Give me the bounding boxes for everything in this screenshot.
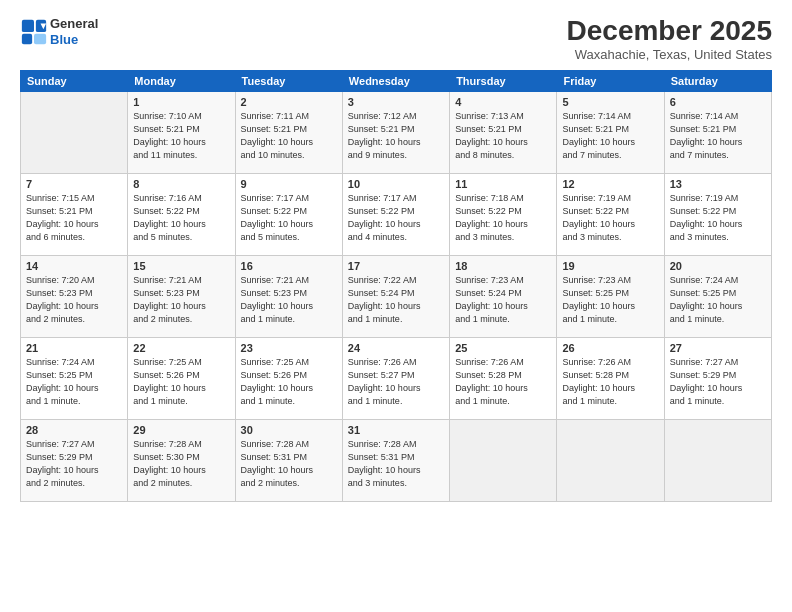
day-cell: 10Sunrise: 7:17 AM Sunset: 5:22 PM Dayli… <box>342 173 449 255</box>
day-info: Sunrise: 7:14 AM Sunset: 5:21 PM Dayligh… <box>562 110 658 162</box>
day-number: 29 <box>133 424 229 436</box>
header: General Blue December 2025 Waxahachie, T… <box>20 16 772 62</box>
header-row: Sunday Monday Tuesday Wednesday Thursday… <box>21 70 772 91</box>
day-number: 3 <box>348 96 444 108</box>
day-number: 30 <box>241 424 337 436</box>
day-cell: 8Sunrise: 7:16 AM Sunset: 5:22 PM Daylig… <box>128 173 235 255</box>
day-info: Sunrise: 7:10 AM Sunset: 5:21 PM Dayligh… <box>133 110 229 162</box>
day-info: Sunrise: 7:17 AM Sunset: 5:22 PM Dayligh… <box>241 192 337 244</box>
day-info: Sunrise: 7:26 AM Sunset: 5:28 PM Dayligh… <box>455 356 551 408</box>
col-sunday: Sunday <box>21 70 128 91</box>
calendar-body: 1Sunrise: 7:10 AM Sunset: 5:21 PM Daylig… <box>21 91 772 501</box>
day-cell: 3Sunrise: 7:12 AM Sunset: 5:21 PM Daylig… <box>342 91 449 173</box>
day-info: Sunrise: 7:26 AM Sunset: 5:28 PM Dayligh… <box>562 356 658 408</box>
day-info: Sunrise: 7:14 AM Sunset: 5:21 PM Dayligh… <box>670 110 766 162</box>
day-cell: 29Sunrise: 7:28 AM Sunset: 5:30 PM Dayli… <box>128 419 235 501</box>
svg-rect-3 <box>34 33 46 43</box>
day-number: 15 <box>133 260 229 272</box>
day-info: Sunrise: 7:26 AM Sunset: 5:27 PM Dayligh… <box>348 356 444 408</box>
day-info: Sunrise: 7:27 AM Sunset: 5:29 PM Dayligh… <box>670 356 766 408</box>
day-number: 19 <box>562 260 658 272</box>
week-row-5: 28Sunrise: 7:27 AM Sunset: 5:29 PM Dayli… <box>21 419 772 501</box>
day-cell: 6Sunrise: 7:14 AM Sunset: 5:21 PM Daylig… <box>664 91 771 173</box>
day-number: 27 <box>670 342 766 354</box>
day-cell: 4Sunrise: 7:13 AM Sunset: 5:21 PM Daylig… <box>450 91 557 173</box>
day-cell: 23Sunrise: 7:25 AM Sunset: 5:26 PM Dayli… <box>235 337 342 419</box>
col-tuesday: Tuesday <box>235 70 342 91</box>
day-number: 28 <box>26 424 122 436</box>
day-cell <box>450 419 557 501</box>
day-cell: 28Sunrise: 7:27 AM Sunset: 5:29 PM Dayli… <box>21 419 128 501</box>
day-number: 20 <box>670 260 766 272</box>
logo-line2: Blue <box>50 32 98 48</box>
day-cell: 19Sunrise: 7:23 AM Sunset: 5:25 PM Dayli… <box>557 255 664 337</box>
day-info: Sunrise: 7:24 AM Sunset: 5:25 PM Dayligh… <box>26 356 122 408</box>
day-info: Sunrise: 7:28 AM Sunset: 5:31 PM Dayligh… <box>348 438 444 490</box>
day-info: Sunrise: 7:25 AM Sunset: 5:26 PM Dayligh… <box>133 356 229 408</box>
col-monday: Monday <box>128 70 235 91</box>
day-info: Sunrise: 7:19 AM Sunset: 5:22 PM Dayligh… <box>562 192 658 244</box>
day-info: Sunrise: 7:28 AM Sunset: 5:30 PM Dayligh… <box>133 438 229 490</box>
day-info: Sunrise: 7:17 AM Sunset: 5:22 PM Dayligh… <box>348 192 444 244</box>
day-info: Sunrise: 7:24 AM Sunset: 5:25 PM Dayligh… <box>670 274 766 326</box>
day-number: 23 <box>241 342 337 354</box>
day-info: Sunrise: 7:23 AM Sunset: 5:25 PM Dayligh… <box>562 274 658 326</box>
day-number: 13 <box>670 178 766 190</box>
day-number: 7 <box>26 178 122 190</box>
day-number: 25 <box>455 342 551 354</box>
day-cell: 27Sunrise: 7:27 AM Sunset: 5:29 PM Dayli… <box>664 337 771 419</box>
col-wednesday: Wednesday <box>342 70 449 91</box>
day-cell: 11Sunrise: 7:18 AM Sunset: 5:22 PM Dayli… <box>450 173 557 255</box>
logo-icon <box>20 18 48 46</box>
logo-line1: General <box>50 16 98 32</box>
logo: General Blue <box>20 16 98 47</box>
day-info: Sunrise: 7:19 AM Sunset: 5:22 PM Dayligh… <box>670 192 766 244</box>
day-number: 16 <box>241 260 337 272</box>
day-number: 14 <box>26 260 122 272</box>
day-number: 21 <box>26 342 122 354</box>
day-info: Sunrise: 7:22 AM Sunset: 5:24 PM Dayligh… <box>348 274 444 326</box>
day-info: Sunrise: 7:15 AM Sunset: 5:21 PM Dayligh… <box>26 192 122 244</box>
day-info: Sunrise: 7:21 AM Sunset: 5:23 PM Dayligh… <box>241 274 337 326</box>
page: General Blue December 2025 Waxahachie, T… <box>0 0 792 612</box>
day-info: Sunrise: 7:12 AM Sunset: 5:21 PM Dayligh… <box>348 110 444 162</box>
day-cell: 18Sunrise: 7:23 AM Sunset: 5:24 PM Dayli… <box>450 255 557 337</box>
month-title: December 2025 <box>567 16 772 47</box>
day-number: 8 <box>133 178 229 190</box>
day-cell: 26Sunrise: 7:26 AM Sunset: 5:28 PM Dayli… <box>557 337 664 419</box>
svg-rect-0 <box>22 19 34 31</box>
day-info: Sunrise: 7:21 AM Sunset: 5:23 PM Dayligh… <box>133 274 229 326</box>
day-number: 11 <box>455 178 551 190</box>
title-block: December 2025 Waxahachie, Texas, United … <box>567 16 772 62</box>
day-number: 6 <box>670 96 766 108</box>
day-cell: 7Sunrise: 7:15 AM Sunset: 5:21 PM Daylig… <box>21 173 128 255</box>
day-number: 17 <box>348 260 444 272</box>
day-cell: 12Sunrise: 7:19 AM Sunset: 5:22 PM Dayli… <box>557 173 664 255</box>
day-cell: 13Sunrise: 7:19 AM Sunset: 5:22 PM Dayli… <box>664 173 771 255</box>
week-row-1: 1Sunrise: 7:10 AM Sunset: 5:21 PM Daylig… <box>21 91 772 173</box>
day-number: 22 <box>133 342 229 354</box>
day-info: Sunrise: 7:13 AM Sunset: 5:21 PM Dayligh… <box>455 110 551 162</box>
day-cell: 30Sunrise: 7:28 AM Sunset: 5:31 PM Dayli… <box>235 419 342 501</box>
day-cell: 16Sunrise: 7:21 AM Sunset: 5:23 PM Dayli… <box>235 255 342 337</box>
col-friday: Friday <box>557 70 664 91</box>
day-cell: 21Sunrise: 7:24 AM Sunset: 5:25 PM Dayli… <box>21 337 128 419</box>
week-row-4: 21Sunrise: 7:24 AM Sunset: 5:25 PM Dayli… <box>21 337 772 419</box>
location: Waxahachie, Texas, United States <box>567 47 772 62</box>
day-number: 5 <box>562 96 658 108</box>
day-number: 18 <box>455 260 551 272</box>
day-number: 31 <box>348 424 444 436</box>
day-cell: 9Sunrise: 7:17 AM Sunset: 5:22 PM Daylig… <box>235 173 342 255</box>
day-info: Sunrise: 7:25 AM Sunset: 5:26 PM Dayligh… <box>241 356 337 408</box>
day-number: 24 <box>348 342 444 354</box>
day-cell <box>21 91 128 173</box>
week-row-2: 7Sunrise: 7:15 AM Sunset: 5:21 PM Daylig… <box>21 173 772 255</box>
day-cell: 14Sunrise: 7:20 AM Sunset: 5:23 PM Dayli… <box>21 255 128 337</box>
day-number: 26 <box>562 342 658 354</box>
col-saturday: Saturday <box>664 70 771 91</box>
day-info: Sunrise: 7:27 AM Sunset: 5:29 PM Dayligh… <box>26 438 122 490</box>
day-cell: 5Sunrise: 7:14 AM Sunset: 5:21 PM Daylig… <box>557 91 664 173</box>
day-info: Sunrise: 7:20 AM Sunset: 5:23 PM Dayligh… <box>26 274 122 326</box>
day-cell: 25Sunrise: 7:26 AM Sunset: 5:28 PM Dayli… <box>450 337 557 419</box>
day-info: Sunrise: 7:28 AM Sunset: 5:31 PM Dayligh… <box>241 438 337 490</box>
